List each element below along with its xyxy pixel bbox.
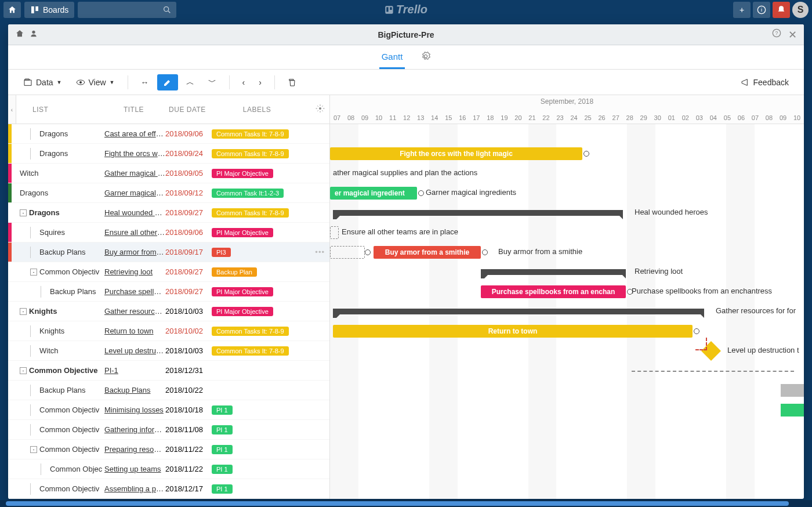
summary-bar[interactable] bbox=[333, 210, 623, 216]
label-pill: PI3 bbox=[212, 248, 231, 257]
table-row[interactable]: -Common ObjectivePI-12018/12/31 bbox=[8, 361, 329, 381]
expand-down-button[interactable]: ﹀ bbox=[202, 74, 222, 91]
notifications-button[interactable] bbox=[773, 2, 790, 18]
delete-button[interactable] bbox=[282, 74, 303, 90]
task-title-link[interactable]: Backup Plans bbox=[104, 386, 165, 394]
gantt-bar[interactable]: Fight the orcs with the light magic bbox=[330, 147, 582, 160]
col-labels[interactable]: LABELS bbox=[211, 106, 303, 114]
table-row[interactable]: WitchLevel up destructio2018/10/03Common… bbox=[8, 341, 329, 361]
timeline-day: 27 bbox=[609, 114, 623, 121]
bar-label: Ensure all other teams are in place bbox=[342, 227, 458, 236]
edit-button[interactable] bbox=[157, 74, 178, 90]
summary-bar[interactable] bbox=[333, 309, 704, 314]
timeline-day: 03 bbox=[693, 114, 706, 121]
due-date: 2018/09/17 bbox=[165, 248, 212, 256]
timeline-day: 08 bbox=[344, 114, 358, 121]
bar-label: Buy armor from a smithie bbox=[498, 247, 582, 256]
more-icon[interactable]: ••• bbox=[315, 248, 325, 256]
table-row[interactable]: DragonsCast area of effect2018/09/06Comm… bbox=[8, 124, 329, 144]
table-row[interactable]: -Common ObjectivRetrieving loot2018/09/2… bbox=[8, 262, 329, 282]
timeline-day: 10 bbox=[790, 114, 804, 121]
column-settings-icon[interactable] bbox=[316, 104, 325, 115]
task-title-link[interactable]: Ensure all other tea bbox=[104, 228, 165, 237]
table-row[interactable]: Common ObjectivMinimising losses2018/10/… bbox=[8, 400, 329, 420]
add-button[interactable]: + bbox=[733, 2, 751, 18]
table-row[interactable]: -DragonsHeal wounded hero2018/09/27Commo… bbox=[8, 203, 329, 223]
expander-icon[interactable]: - bbox=[30, 446, 37, 453]
table-row[interactable]: DragonsFight the orcs with2018/09/24Comm… bbox=[8, 144, 329, 164]
task-title-link[interactable]: Fight the orcs with bbox=[104, 149, 165, 158]
table-row[interactable]: -Common ObjectivPreparing resource2018/1… bbox=[8, 440, 329, 459]
table-row[interactable]: KnightsReturn to town2018/10/02Common Ta… bbox=[8, 321, 329, 341]
task-title-link[interactable]: Setting up teams bbox=[104, 465, 165, 473]
task-title-link[interactable]: Minimising losses bbox=[104, 405, 165, 414]
bar-label: Garner magical ingredients bbox=[426, 188, 516, 197]
table-row[interactable]: DragonsGarner magical ing2018/09/12Commo… bbox=[8, 183, 329, 203]
collapse-up-button[interactable]: ︿ bbox=[180, 74, 200, 91]
task-title-link[interactable]: Gather magical sup bbox=[104, 169, 165, 178]
task-title-link[interactable]: Cast area of effect bbox=[104, 129, 165, 138]
fit-button[interactable]: ↔ bbox=[135, 74, 155, 90]
summary-bar[interactable] bbox=[481, 269, 626, 275]
timeline-day: 13 bbox=[414, 114, 427, 121]
table-row[interactable]: Common ObjectivAssembling a party2018/12… bbox=[8, 479, 329, 499]
label-pill: PI Major Objective bbox=[212, 287, 273, 296]
close-icon[interactable]: ✕ bbox=[788, 28, 797, 41]
table-row[interactable]: Backup PlansPurchase spellbook2018/09/27… bbox=[8, 282, 329, 302]
gantt-chart[interactable]: September, 2018 070809101112131415161718… bbox=[330, 95, 804, 499]
col-list[interactable]: LIST bbox=[16, 106, 103, 114]
table-row[interactable]: Common ObjectivGathering informat2018/11… bbox=[8, 420, 329, 440]
gantt-bar[interactable]: Return to town bbox=[333, 325, 693, 338]
task-title-link[interactable]: Level up destructio bbox=[104, 346, 165, 355]
view-dropdown[interactable]: View▼ bbox=[70, 74, 121, 90]
task-title-link[interactable]: Assembling a party bbox=[104, 484, 165, 493]
gantt-bar[interactable]: Purchase spellbooks from an enchan bbox=[481, 285, 626, 298]
col-due[interactable]: DUE DATE bbox=[164, 106, 211, 114]
help-icon[interactable]: ? bbox=[772, 28, 781, 41]
table-row[interactable]: WitchGather magical sup2018/09/05PI Majo… bbox=[8, 164, 329, 183]
tab-settings[interactable] bbox=[419, 46, 433, 68]
task-title-link[interactable]: Gather resources fo bbox=[104, 307, 165, 316]
timeline-day: 05 bbox=[720, 114, 734, 121]
expander-icon[interactable]: - bbox=[20, 308, 27, 315]
expander-icon[interactable]: - bbox=[20, 209, 27, 216]
task-title-link[interactable]: Preparing resource bbox=[104, 445, 165, 454]
label-pill: PI 1 bbox=[212, 465, 233, 474]
home-icon[interactable] bbox=[15, 29, 24, 41]
label-pill: Common Tasks It: 7-8-9 bbox=[212, 346, 289, 356]
next-button[interactable]: › bbox=[253, 74, 267, 90]
timeline-day: 07 bbox=[330, 114, 344, 121]
label-pill: PI Major Objective bbox=[212, 307, 273, 316]
boards-button[interactable]: Boards bbox=[24, 2, 74, 18]
tab-gantt[interactable]: Gantt bbox=[379, 46, 405, 69]
task-title-link[interactable]: Heal wounded hero bbox=[104, 208, 165, 217]
task-title-link[interactable]: Garner magical ing bbox=[104, 189, 165, 197]
expander-icon[interactable]: - bbox=[20, 367, 27, 374]
feedback-button[interactable]: Feedback bbox=[735, 74, 795, 90]
gantt-bar[interactable]: er magical ingredient bbox=[330, 187, 417, 200]
table-row[interactable]: SquiresEnsure all other tea2018/09/06PI … bbox=[8, 223, 329, 242]
table-row[interactable]: Backup PlansBackup Plans2018/10/22 bbox=[8, 381, 329, 400]
info-button[interactable]: i bbox=[753, 2, 770, 18]
task-title-link[interactable]: Purchase spellbook bbox=[104, 287, 165, 296]
search-input[interactable] bbox=[78, 2, 176, 18]
svg-point-14 bbox=[319, 107, 321, 110]
task-title-link[interactable]: PI-1 bbox=[104, 366, 165, 375]
prev-button[interactable]: ‹ bbox=[237, 74, 251, 90]
bar-label: Purchase spellbooks from an enchantress bbox=[632, 287, 772, 295]
task-title-link[interactable]: Retrieving loot bbox=[104, 267, 165, 276]
avatar[interactable]: S bbox=[792, 2, 809, 18]
bottom-scrollbar[interactable] bbox=[0, 500, 812, 507]
members-icon[interactable] bbox=[30, 29, 39, 41]
task-title-link[interactable]: Buy armor from a s bbox=[104, 248, 165, 256]
table-row[interactable]: -KnightsGather resources fo2018/10/03PI … bbox=[8, 302, 329, 321]
gantt-bar[interactable]: Buy armor from a smithie bbox=[374, 246, 481, 259]
task-title-link[interactable]: Return to town bbox=[104, 327, 165, 335]
expander-icon[interactable]: - bbox=[30, 269, 37, 276]
table-row[interactable]: Backup PlansBuy armor from a s2018/09/17… bbox=[8, 242, 329, 262]
task-title-link[interactable]: Gathering informat bbox=[104, 425, 165, 434]
home-button[interactable] bbox=[3, 2, 21, 18]
data-dropdown[interactable]: Data▼ bbox=[17, 74, 68, 90]
table-row[interactable]: Common ObjecSetting up teams2018/11/22PI… bbox=[8, 459, 329, 479]
col-title[interactable]: TITLE bbox=[103, 106, 164, 114]
